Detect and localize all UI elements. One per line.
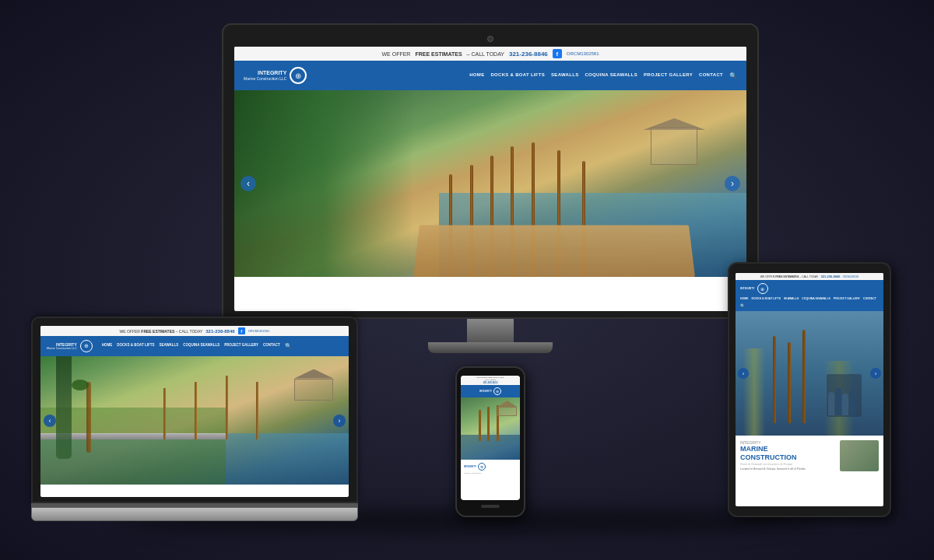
tablet-heading-line1: MARINE xyxy=(740,445,805,453)
laptop-hero: ‹ › xyxy=(40,356,349,485)
tablet-nav-seawalls[interactable]: SEAWALLS xyxy=(784,297,799,300)
laptop-base xyxy=(31,507,358,521)
offer-text: WE OFFER xyxy=(381,51,410,57)
phone-content: INTEGRITY ⊕ Marine Construction xyxy=(461,460,520,478)
laptop-nav-contact[interactable]: CONTACT xyxy=(263,343,280,349)
laptop-logo: INTEGRITY Marine Construction LLC ⊕ xyxy=(47,340,93,352)
tablet-hero: ‹ › xyxy=(736,311,883,436)
tablet-next-btn[interactable]: › xyxy=(870,368,881,379)
monitor-stand-base xyxy=(428,342,553,353)
hero-next-button[interactable]: › xyxy=(725,176,740,191)
tablet-body-text: Located in Brevard & Volusia, licensed i… xyxy=(740,467,805,471)
tablet-offer-text: WE OFFER FREE ESTIMATES – CALL TODAY xyxy=(760,275,819,278)
laptop-nav-gallery[interactable]: PROJECT GALLERY xyxy=(224,343,258,349)
laptop-search-icon[interactable]: 🔍 xyxy=(285,343,292,349)
nav-link-gallery[interactable]: PROJECT GALLERY xyxy=(644,72,693,79)
phone-logo-icon: ⊕ xyxy=(493,387,501,395)
tablet-logo-icon: ⊕ xyxy=(757,283,768,294)
tablet-nav-links: HOME DOCKS & BOAT LIFTS SEAWALLS COQUINA… xyxy=(740,297,879,308)
monitor-body: WE OFFER FREE ESTIMATES – CALL TODAY 321… xyxy=(222,23,759,319)
tablet-phone[interactable]: 321-236-8846 xyxy=(820,275,840,278)
hero-image: ‹ › xyxy=(234,90,746,277)
phone-hero xyxy=(461,397,520,460)
tablet-thumbnail xyxy=(840,440,879,471)
tablet-nav-contact[interactable]: CONTACT xyxy=(863,297,876,300)
phone-navbar: INTEGRITY ⊕ xyxy=(461,385,520,397)
laptop-screen: WE OFFER FREE ESTIMATES – CALL TODAY 321… xyxy=(40,326,349,497)
phone-body: WE OFFER FREE ESTIMATES CALL TODAY 321-5… xyxy=(455,366,525,517)
phone-hero-bg xyxy=(461,397,520,460)
tablet-search-icon[interactable]: 🔍 xyxy=(740,303,745,308)
nav-link-home[interactable]: HOME xyxy=(469,72,484,79)
tablet-nav-coquina[interactable]: COQUINA SEAWALLS xyxy=(802,297,830,300)
tablet-hero-bg: ‹ › xyxy=(736,311,883,436)
facebook-icon[interactable]: f xyxy=(553,49,562,58)
laptop-fb-icon[interactable]: f xyxy=(238,327,245,334)
laptop-screen-outer: WE OFFER FREE ESTIMATES – CALL TODAY 321… xyxy=(31,317,358,503)
tablet-content: INTEGRITY MARINE CONSTRUCTION Dock & Sea… xyxy=(736,436,883,476)
laptop-prev-btn[interactable]: ‹ xyxy=(44,415,56,427)
phone-number-display[interactable]: 321-529-4513 xyxy=(483,381,498,384)
laptop-nav-seawalls[interactable]: SEAWALLS xyxy=(159,343,178,349)
tablet-prev-btn[interactable]: ‹ xyxy=(738,368,749,379)
phone-topbar: WE OFFER FREE ESTIMATES CALL TODAY 321-5… xyxy=(461,376,520,385)
tablet-logo-text: INTEGRITY xyxy=(740,287,755,290)
phone-screen: WE OFFER FREE ESTIMATES CALL TODAY 321-5… xyxy=(461,376,520,500)
tablet-navbar: INTEGRITY ⊕ HOME DOCKS & BOAT LIFTS SEAW… xyxy=(736,280,883,311)
monitor-stand-neck xyxy=(467,319,514,342)
phone-content-brand: INTEGRITY xyxy=(464,465,476,468)
tablet-license[interactable]: ORCM1302581 xyxy=(842,275,859,278)
search-icon[interactable]: 🔍 xyxy=(729,72,737,79)
phone-content-text: Marine Construction xyxy=(464,472,517,475)
site-navbar: INTEGRITY Marine Construction LLC ⊕ HOME… xyxy=(234,61,746,90)
laptop-phone[interactable]: 321-236-8846 xyxy=(205,329,234,334)
monitor-camera xyxy=(487,36,493,42)
scene: WE OFFER FREE ESTIMATES – CALL TODAY 321… xyxy=(0,0,934,560)
laptop-topbar: WE OFFER FREE ESTIMATES – CALL TODAY 321… xyxy=(40,326,349,336)
tablet-nav-docks[interactable]: DOCKS & BOAT LIFTS xyxy=(752,297,781,300)
laptop-logo-icon: ⊕ xyxy=(80,340,93,352)
tablet-nav-gallery[interactable]: PROJECT GALLERY xyxy=(834,297,860,300)
laptop-nav-links: HOME DOCKS & BOAT LIFTS SEAWALLS COQUINA… xyxy=(102,343,292,349)
phone-home-button[interactable] xyxy=(481,505,500,508)
hero-prev-button[interactable]: ‹ xyxy=(241,176,256,191)
laptop-nav-home[interactable]: HOME xyxy=(102,343,113,349)
tablet-screen: WE OFFER FREE ESTIMATES – CALL TODAY 321… xyxy=(736,273,883,506)
laptop-license[interactable]: ORCM1302581 xyxy=(248,329,270,333)
laptop: WE OFFER FREE ESTIMATES – CALL TODAY 321… xyxy=(31,317,358,521)
tablet-topbar: WE OFFER FREE ESTIMATES – CALL TODAY 321… xyxy=(736,273,883,280)
tablet: WE OFFER FREE ESTIMATES – CALL TODAY 321… xyxy=(728,262,891,517)
tablet-heading-line2: CONSTRUCTION xyxy=(740,453,805,462)
desktop-monitor: WE OFFER FREE ESTIMATES – CALL TODAY 321… xyxy=(222,23,759,353)
phone: WE OFFER FREE ESTIMATES CALL TODAY 321-5… xyxy=(455,366,525,517)
nav-links: HOME DOCKS & BOAT LIFTS SEAWALLS COQUINA… xyxy=(469,72,737,79)
dash-call-text: – CALL TODAY xyxy=(467,51,504,57)
logo-text-line2: Marine Construction LLC xyxy=(244,76,286,81)
logo-compass-icon: ⊕ xyxy=(290,67,307,84)
phone-logo-text: INTEGRITY xyxy=(479,390,492,393)
license-link[interactable]: ORCM1302581 xyxy=(567,51,599,56)
site-topbar: WE OFFER FREE ESTIMATES – CALL TODAY 321… xyxy=(234,47,746,61)
laptop-navbar: INTEGRITY Marine Construction LLC ⊕ HOME… xyxy=(40,336,349,356)
phone-content-logo: ⊕ xyxy=(478,463,486,471)
tablet-subheading: Dock & Seawall construction & Repair xyxy=(740,462,805,466)
laptop-next-btn[interactable]: › xyxy=(333,415,346,427)
nav-link-docks[interactable]: DOCKS & BOAT LIFTS xyxy=(490,72,545,79)
laptop-logo-text2: Marine Construction LLC xyxy=(47,347,77,350)
laptop-nav-docks[interactable]: DOCKS & BOAT LIFTS xyxy=(117,343,154,349)
tablet-nav-home[interactable]: HOME xyxy=(740,297,749,300)
logo-text-line1: INTEGRITY xyxy=(244,70,286,76)
nav-link-seawalls[interactable]: SEAWALLS xyxy=(551,72,578,79)
laptop-offer-text: WE OFFER FREE ESTIMATES – CALL TODAY xyxy=(120,329,203,334)
free-estimates-text: FREE ESTIMATES xyxy=(415,51,462,57)
laptop-hero-bg xyxy=(40,356,349,485)
laptop-nav-coquina[interactable]: COQUINA SEAWALLS xyxy=(183,343,219,349)
phone-number[interactable]: 321-236-8846 xyxy=(509,51,548,58)
nav-link-coquina[interactable]: COQUINA SEAWALLS xyxy=(585,72,637,79)
monitor-screen: WE OFFER FREE ESTIMATES – CALL TODAY 321… xyxy=(234,47,746,311)
site-logo: INTEGRITY Marine Construction LLC ⊕ xyxy=(244,67,307,84)
nav-link-contact[interactable]: CONTACT xyxy=(699,72,723,79)
tablet-body: WE OFFER FREE ESTIMATES – CALL TODAY 321… xyxy=(728,262,891,517)
